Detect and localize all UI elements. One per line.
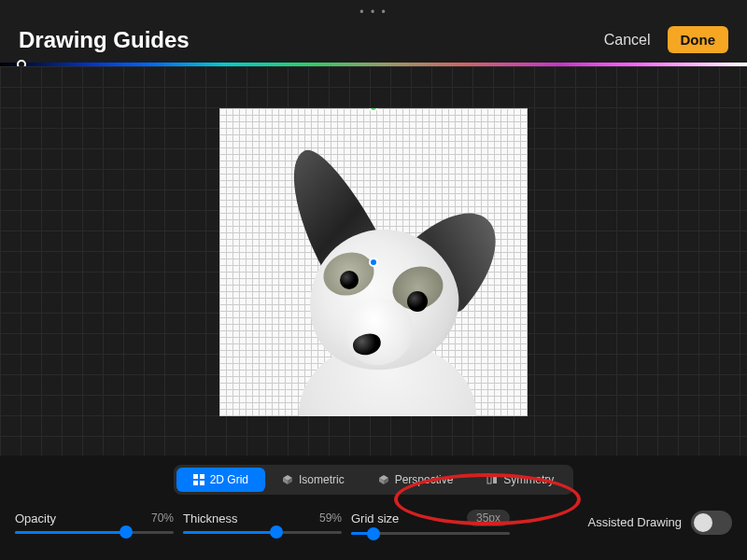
cube-icon xyxy=(282,474,293,485)
svg-rect-10 xyxy=(487,476,491,483)
thickness-value: 59% xyxy=(319,511,342,525)
gridsize-control: Grid size 35px xyxy=(351,510,510,535)
thickness-slider[interactable] xyxy=(183,531,342,534)
gridsize-slider[interactable] xyxy=(351,532,510,535)
center-handle[interactable] xyxy=(369,258,378,267)
tab-2d-grid[interactable]: 2D Grid xyxy=(176,468,265,492)
cancel-button[interactable]: Cancel xyxy=(604,32,651,49)
guide-type-tabs: 2D Grid Isometric Perspective Symmetry xyxy=(174,465,574,495)
assisted-drawing-control: Assisted Drawing xyxy=(588,511,732,535)
tab-isometric[interactable]: Isometric xyxy=(265,468,361,492)
symmetry-icon xyxy=(486,474,498,485)
toggle-knob xyxy=(694,513,712,532)
canvas[interactable] xyxy=(219,108,528,416)
workspace xyxy=(0,66,747,458)
cube-icon xyxy=(378,474,389,485)
tab-symmetry[interactable]: Symmetry xyxy=(470,468,571,492)
page-title: Drawing Guides xyxy=(19,27,190,53)
canvas-artwork xyxy=(243,155,504,416)
tab-label: Isometric xyxy=(299,473,345,486)
gridsize-label: Grid size xyxy=(351,511,399,525)
opacity-slider[interactable] xyxy=(15,531,174,534)
svg-rect-0 xyxy=(193,474,198,479)
svg-rect-2 xyxy=(193,481,198,485)
done-button[interactable]: Done xyxy=(668,26,729,53)
svg-rect-3 xyxy=(200,481,204,485)
svg-rect-11 xyxy=(493,476,497,483)
tab-label: Symmetry xyxy=(503,473,554,486)
opacity-control: Opacity 70% xyxy=(15,511,174,534)
thickness-label: Thickness xyxy=(183,511,238,525)
tab-label: 2D Grid xyxy=(210,473,248,486)
bottom-panel: 2D Grid Isometric Perspective Symmetry O… xyxy=(0,455,747,560)
controls-row: Opacity 70% Thickness 59% Grid size 35px xyxy=(15,510,732,535)
assisted-label: Assisted Drawing xyxy=(588,515,682,529)
header-actions: Cancel Done xyxy=(604,26,728,53)
thickness-control: Thickness 59% xyxy=(183,511,342,534)
tab-label: Perspective xyxy=(395,473,454,486)
assisted-toggle[interactable] xyxy=(691,511,732,535)
gridsize-value[interactable]: 35px xyxy=(467,510,510,526)
drag-indicator-icon: • • • xyxy=(359,6,387,19)
svg-rect-1 xyxy=(200,474,204,479)
opacity-label: Opacity xyxy=(15,511,56,525)
tab-perspective[interactable]: Perspective xyxy=(361,468,471,492)
opacity-value: 70% xyxy=(151,511,174,525)
grid-icon xyxy=(193,474,204,485)
rotation-handle[interactable] xyxy=(369,108,378,112)
